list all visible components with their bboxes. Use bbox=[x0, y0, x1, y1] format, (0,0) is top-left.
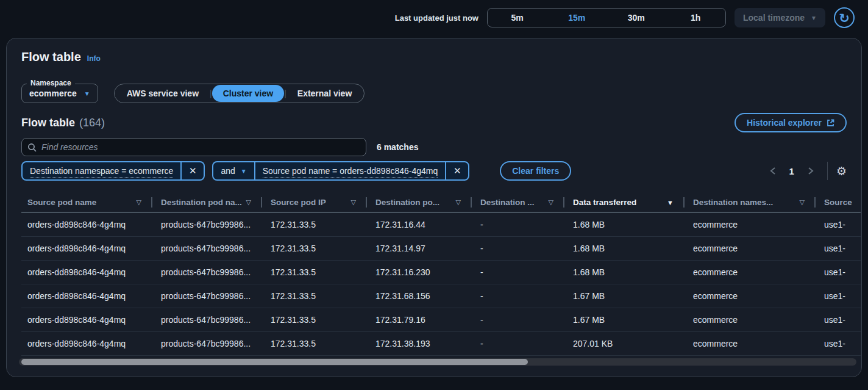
column-header[interactable]: Source pod IP▽ bbox=[262, 193, 367, 212]
table-cell: - bbox=[472, 284, 564, 308]
table-cell: products-647bc99986... bbox=[152, 308, 262, 331]
table-cell: 172.31.14.97 bbox=[367, 236, 472, 260]
table-row[interactable]: orders-dd898c846-4g4mqproducts-647bc9998… bbox=[21, 308, 861, 331]
sort-caret-icon[interactable]: ▽ bbox=[549, 198, 553, 206]
sort-caret-icon[interactable]: ▽ bbox=[456, 198, 461, 206]
column-label: Source bbox=[824, 198, 852, 207]
table-section-header: Flow table (164) Historical explorer bbox=[21, 113, 847, 132]
tab-external-view[interactable]: External view bbox=[286, 85, 363, 102]
search-row: 6 matches bbox=[21, 138, 847, 156]
sort-caret-icon[interactable]: ▽ bbox=[800, 198, 805, 206]
column-header[interactable]: Source pod name▽ bbox=[21, 193, 152, 212]
table-cell: 172.31.33.5 bbox=[262, 308, 367, 331]
chevron-down-icon: ▼ bbox=[84, 90, 90, 97]
external-link-icon bbox=[827, 119, 834, 127]
historical-explorer-button[interactable]: Historical explorer bbox=[735, 113, 847, 132]
tab-cluster-view[interactable]: Cluster view bbox=[212, 85, 284, 102]
filter-operator-dropdown[interactable]: and ▼ bbox=[213, 166, 254, 176]
info-link[interactable]: Info bbox=[87, 54, 101, 63]
tab-aws-service-view[interactable]: AWS service view bbox=[116, 85, 210, 102]
filter-token-text[interactable]: Source pod name = orders-dd898c846-4g4mq bbox=[255, 166, 446, 176]
close-icon[interactable]: ✕ bbox=[182, 162, 204, 179]
time-range-1h[interactable]: 1h bbox=[666, 9, 725, 27]
refresh-button[interactable]: ↻ bbox=[834, 7, 855, 28]
historical-explorer-label: Historical explorer bbox=[747, 118, 822, 128]
table-row[interactable]: orders-dd898c846-4g4mqproducts-647bc9998… bbox=[21, 331, 861, 355]
time-range-30m[interactable]: 30m bbox=[607, 9, 666, 27]
table-cell: use1- bbox=[816, 331, 861, 355]
column-header[interactable]: Data transferred▼ bbox=[564, 193, 685, 212]
column-header[interactable]: Destination ...▽ bbox=[472, 193, 564, 212]
table-cell: - bbox=[472, 212, 564, 236]
table-cell: products-647bc99986... bbox=[152, 212, 262, 236]
table-cell: orders-dd898c846-4g4mq bbox=[21, 260, 152, 284]
column-header[interactable]: Destination po...▽ bbox=[367, 193, 472, 212]
column-label: Data transferred bbox=[573, 198, 636, 207]
filter-row: Destination namespace = ecommerce ✕ and … bbox=[21, 161, 847, 181]
horizontal-scrollbar[interactable] bbox=[19, 358, 856, 366]
timezone-dropdown[interactable]: Local timezone ▼ bbox=[735, 8, 825, 27]
table-cell: 172.31.33.5 bbox=[262, 331, 367, 355]
table-cell: orders-dd898c846-4g4mq bbox=[21, 236, 152, 260]
table-cell: 172.31.16.230 bbox=[367, 260, 472, 284]
sort-caret-icon[interactable]: ▼ bbox=[667, 199, 674, 206]
top-toolbar: Last updated just now 5m15m30m1h Local t… bbox=[0, 0, 868, 35]
sort-caret-icon[interactable]: ▽ bbox=[246, 198, 251, 206]
flow-table-panel: Flow table Info Namespace ecommerce ▼ AW… bbox=[6, 38, 862, 377]
table-cell: - bbox=[472, 331, 564, 355]
column-label: Destination po... bbox=[375, 198, 439, 207]
last-updated-text: Last updated just now bbox=[395, 13, 478, 23]
filter-token-text[interactable]: Destination namespace = ecommerce bbox=[23, 166, 180, 176]
column-label: Destination pod na... bbox=[161, 198, 242, 207]
next-page-button[interactable] bbox=[803, 163, 819, 179]
sort-caret-icon[interactable]: ▽ bbox=[137, 198, 141, 206]
table-row[interactable]: orders-dd898c846-4g4mqproducts-647bc9998… bbox=[21, 284, 861, 308]
table-cell: 1.68 MB bbox=[564, 260, 685, 284]
table-cell: 172.31.33.5 bbox=[262, 260, 367, 284]
search-input[interactable] bbox=[22, 139, 366, 156]
table-cell: 207.01 KB bbox=[564, 331, 685, 355]
column-label: Destination ... bbox=[480, 198, 535, 207]
sort-caret-icon[interactable]: ▽ bbox=[351, 198, 356, 206]
namespace-select[interactable]: Namespace ecommerce ▼ bbox=[21, 84, 98, 103]
close-icon[interactable]: ✕ bbox=[446, 162, 468, 179]
refresh-icon: ↻ bbox=[839, 12, 850, 24]
table-header-row: Source pod name▽Destination pod na...▽So… bbox=[21, 193, 861, 212]
chevron-down-icon: ▼ bbox=[811, 15, 817, 21]
time-range-selector: 5m15m30m1h bbox=[487, 8, 726, 27]
scrollbar-thumb[interactable] bbox=[21, 359, 528, 365]
table-cell: use1- bbox=[816, 284, 861, 308]
table-cell: use1- bbox=[816, 236, 861, 260]
column-header[interactable]: Destination pod na...▽ bbox=[152, 193, 262, 212]
column-header[interactable]: Source bbox=[816, 193, 861, 212]
namespace-select-label: Namespace bbox=[27, 79, 75, 87]
current-page[interactable]: 1 bbox=[784, 166, 799, 176]
column-header[interactable]: Destination names...▽ bbox=[685, 193, 816, 212]
table-row[interactable]: orders-dd898c846-4g4mqproducts-647bc9998… bbox=[21, 212, 861, 236]
previous-page-button[interactable] bbox=[765, 163, 781, 179]
filter-token: Destination namespace = ecommerce ✕ bbox=[21, 161, 205, 181]
column-label: Source pod name bbox=[27, 198, 96, 207]
table-cell: orders-dd898c846-4g4mq bbox=[21, 331, 152, 355]
table-cell: products-647bc99986... bbox=[152, 236, 262, 260]
search-box bbox=[21, 138, 366, 156]
time-range-15m[interactable]: 15m bbox=[547, 9, 607, 27]
table-row[interactable]: orders-dd898c846-4g4mqproducts-647bc9998… bbox=[21, 260, 861, 284]
pagination-divider bbox=[827, 162, 828, 180]
filter-token: and ▼ Source pod name = orders-dd898c846… bbox=[212, 161, 469, 181]
gear-icon[interactable]: ⚙ bbox=[836, 165, 847, 177]
filter-operator-label: and bbox=[221, 166, 235, 176]
flow-table-grid: Source pod name▽Destination pod na...▽So… bbox=[21, 193, 861, 356]
clear-filters-button[interactable]: Clear filters bbox=[500, 161, 571, 181]
pagination: 1 ⚙ bbox=[765, 162, 847, 180]
table-cell: ecommerce bbox=[685, 260, 816, 284]
table-cell: - bbox=[472, 236, 564, 260]
table-cell: 1.68 MB bbox=[564, 236, 685, 260]
table-cell: 172.31.68.156 bbox=[367, 284, 472, 308]
table-cell: orders-dd898c846-4g4mq bbox=[21, 284, 152, 308]
table-row[interactable]: orders-dd898c846-4g4mqproducts-647bc9998… bbox=[21, 236, 861, 260]
table-cell: ecommerce bbox=[685, 284, 816, 308]
table-cell: 172.31.79.16 bbox=[367, 308, 472, 331]
time-range-5m[interactable]: 5m bbox=[488, 9, 547, 27]
table-cell: 172.31.33.5 bbox=[262, 236, 367, 260]
